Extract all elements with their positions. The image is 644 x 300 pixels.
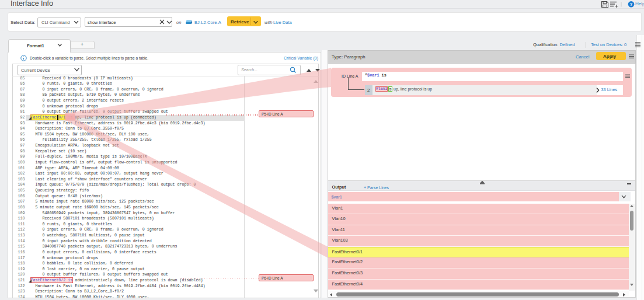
- svg-text:?: ?: [629, 2, 632, 7]
